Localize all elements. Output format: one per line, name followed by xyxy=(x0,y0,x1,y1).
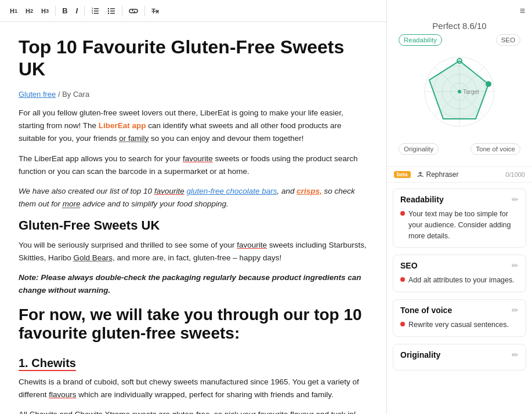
favourite-underline: favourite xyxy=(183,154,213,163)
tone-item: Rewrite very casual sentences. xyxy=(400,319,519,331)
originality-card-header: Originality ✏ xyxy=(400,350,519,359)
right-panel-header: ≡ xyxy=(387,0,532,19)
seo-card-header: SEO ✏ xyxy=(400,261,519,270)
svg-point-9 xyxy=(108,8,109,9)
seo-text: Add alt attributes to your images. xyxy=(408,275,515,286)
item1-heading: 1. Chewits xyxy=(19,357,76,371)
svg-point-21 xyxy=(458,90,461,93)
clear-format-button[interactable]: Tx xyxy=(149,6,162,16)
readability-card: Readability ✏ Your text may be too simpl… xyxy=(393,188,526,248)
menu-icon[interactable]: ≡ xyxy=(520,6,525,16)
readability-dot xyxy=(400,211,405,216)
seo-card: SEO ✏ Add alt attributes to your images. xyxy=(393,255,526,292)
rephraser-count: 0/1000 xyxy=(505,171,525,178)
seo-dot xyxy=(400,277,405,282)
breadcrumb-link[interactable]: Gluten free xyxy=(19,90,56,99)
readability-card-header: Readability ✏ xyxy=(400,195,519,204)
crisps-link[interactable]: crisps, xyxy=(296,187,322,195)
italic-button[interactable]: I xyxy=(73,5,81,17)
originality-edit-icon[interactable]: ✏ xyxy=(512,350,519,359)
tone-title: Tone of voice xyxy=(400,306,452,315)
right-panel: ≡ Perfect 8.6/10 Readability SEO xyxy=(387,0,532,414)
readability-tab[interactable]: Readability xyxy=(399,34,442,46)
chocolate-bars-link[interactable]: gluten-free chocolate bars xyxy=(186,187,277,195)
tone-of-voice-card: Tone of voice ✏ Rewrite very casual sent… xyxy=(393,299,526,337)
score-section: Perfect 8.6/10 Readability SEO xyxy=(387,19,532,164)
italic-block: We have also created our list of top 10 … xyxy=(19,185,368,211)
rephraser-text: Rephraser xyxy=(426,170,459,179)
libereeat-app-link[interactable]: LiberEat app xyxy=(99,121,146,130)
article-title: Top 10 Favourite Gluten-Free Sweets UK xyxy=(19,36,368,81)
score-suffix: /10 xyxy=(475,21,487,31)
tone-dot xyxy=(400,322,405,326)
tone-of-voice-tab[interactable]: Tone of voice xyxy=(471,143,520,155)
svg-point-10 xyxy=(108,10,109,11)
seo-title: SEO xyxy=(400,261,418,270)
tone-edit-icon[interactable]: ✏ xyxy=(512,306,519,315)
bold-button[interactable]: B xyxy=(59,5,70,17)
link-button[interactable] xyxy=(126,5,141,17)
rephraser-icon xyxy=(417,171,424,179)
svg-text:3.: 3. xyxy=(92,12,93,14)
h2-button[interactable]: H2 xyxy=(23,6,36,16)
editor-content[interactable]: Top 10 Favourite Gluten-Free Sweets UK G… xyxy=(0,22,386,414)
editor-panel: H1 H2 H3 B I 1.2.3. Tx Top 10 Favourite … xyxy=(0,0,387,414)
svg-marker-20 xyxy=(429,61,488,119)
svg-text:Target: Target xyxy=(463,89,479,95)
article-body: For all you fellow gluten-free sweet lov… xyxy=(19,107,368,414)
item1-para1: Chewits is a brand of cuboid, soft but c… xyxy=(19,376,368,402)
originality-tab[interactable]: Originality xyxy=(399,143,439,155)
rephraser-bar[interactable]: beta Rephraser 0/1000 xyxy=(387,166,532,183)
unordered-list-button[interactable] xyxy=(104,5,118,17)
originality-title: Originality xyxy=(400,350,440,359)
originality-card: Originality ✏ xyxy=(393,344,526,371)
breadcrumb: Gluten free / By Cara xyxy=(19,90,368,99)
toolbar: H1 H2 H3 B I 1.2.3. Tx xyxy=(0,0,386,22)
readability-item: Your text may be too simple for your aud… xyxy=(400,209,519,241)
intro-paragraph: For all you fellow gluten-free sweet lov… xyxy=(19,107,368,146)
seo-tab[interactable]: SEO xyxy=(496,34,520,46)
readability-title: Readability xyxy=(400,195,444,204)
seo-edit-icon[interactable]: ✏ xyxy=(512,261,519,270)
score-display: Perfect 8.6/10 xyxy=(394,21,525,31)
para-4: You will be seriously surprised and thri… xyxy=(19,239,368,265)
or-family-underline: or family xyxy=(119,134,149,143)
section2-heading: For now, we will take you through our to… xyxy=(19,306,368,343)
breadcrumb-author: By Cara xyxy=(62,90,89,99)
divider-3 xyxy=(122,6,122,16)
tone-card-header: Tone of voice ✏ xyxy=(400,306,519,315)
section1-heading: Gluten-Free Sweets UK xyxy=(19,218,368,233)
divider-1 xyxy=(55,6,56,16)
readability-text: Your text may be too simple for your aud… xyxy=(408,209,519,241)
divider-4 xyxy=(144,6,145,16)
tone-text: Rewrite very casual sentences. xyxy=(408,319,509,331)
radar-bottom-labels: Originality Tone of voice xyxy=(394,141,525,159)
seo-item: Add alt attributes to your images. xyxy=(400,275,519,286)
svg-point-11 xyxy=(108,12,109,13)
score-value: Perfect 8.6 xyxy=(432,21,475,31)
ordered-list-button[interactable]: 1.2.3. xyxy=(88,5,102,17)
h1-button[interactable]: H1 xyxy=(7,6,20,16)
radar-chart: Target xyxy=(407,48,512,141)
h3-button[interactable]: H3 xyxy=(38,6,52,16)
rephraser-label: beta Rephraser xyxy=(394,170,459,179)
warning-text: Note: Please always double-check the pac… xyxy=(19,271,368,297)
readability-edit-icon[interactable]: ✏ xyxy=(512,195,519,204)
item1-para2: All Chewits and Chewits Xtreme sweets ar… xyxy=(19,408,368,414)
svg-point-23 xyxy=(486,81,491,87)
divider-2 xyxy=(84,6,85,16)
beta-badge: beta xyxy=(394,171,411,178)
para-2: The LiberEat app allows you to search fo… xyxy=(19,152,368,179)
